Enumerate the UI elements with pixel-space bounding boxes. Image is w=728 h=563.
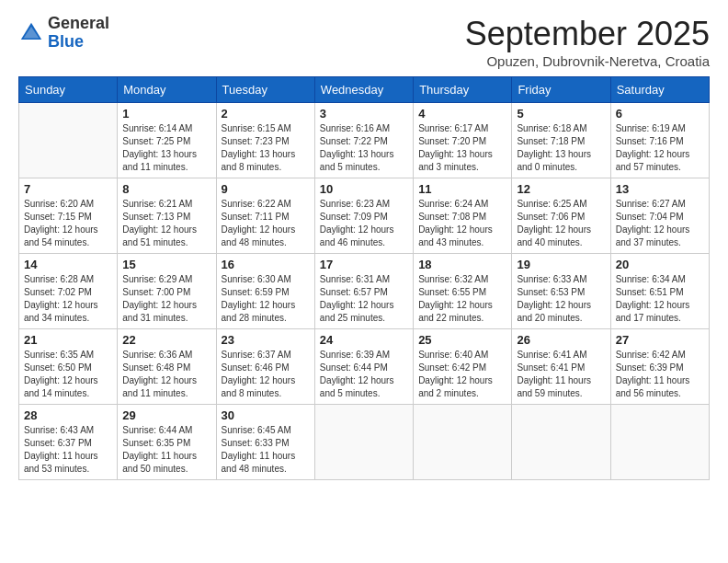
day-info: Sunrise: 6:34 AM Sunset: 6:51 PM Dayligh… xyxy=(616,273,704,325)
day-number: 18 xyxy=(418,258,506,271)
column-header-tuesday: Tuesday xyxy=(216,77,314,103)
day-info: Sunrise: 6:22 AM Sunset: 7:11 PM Dayligh… xyxy=(222,198,310,249)
day-info: Sunrise: 6:36 AM Sunset: 6:48 PM Dayligh… xyxy=(122,349,210,400)
day-info: Sunrise: 6:15 AM Sunset: 7:23 PM Dayligh… xyxy=(222,122,310,174)
day-number: 26 xyxy=(517,333,605,347)
day-info: Sunrise: 6:33 AM Sunset: 6:53 PM Dayligh… xyxy=(517,273,605,325)
day-info: Sunrise: 6:27 AM Sunset: 7:04 PM Dayligh… xyxy=(616,198,704,249)
calendar-cell: 26Sunrise: 6:41 AM Sunset: 6:41 PM Dayli… xyxy=(512,329,610,405)
day-info: Sunrise: 6:39 AM Sunset: 6:44 PM Dayligh… xyxy=(320,349,408,400)
day-number: 20 xyxy=(616,258,704,271)
calendar-week-row: 1Sunrise: 6:14 AM Sunset: 7:25 PM Daylig… xyxy=(19,103,710,178)
column-header-friday: Friday xyxy=(512,77,610,103)
calendar-cell: 21Sunrise: 6:35 AM Sunset: 6:50 PM Dayli… xyxy=(19,329,118,405)
calendar-cell: 27Sunrise: 6:42 AM Sunset: 6:39 PM Dayli… xyxy=(610,329,709,405)
day-info: Sunrise: 6:30 AM Sunset: 6:59 PM Dayligh… xyxy=(222,273,310,325)
day-info: Sunrise: 6:29 AM Sunset: 7:00 PM Dayligh… xyxy=(122,273,210,325)
day-number: 11 xyxy=(418,182,506,196)
day-number: 27 xyxy=(616,333,704,347)
logo: General Blue xyxy=(18,15,109,52)
calendar-week-row: 28Sunrise: 6:43 AM Sunset: 6:37 PM Dayli… xyxy=(19,405,710,480)
calendar-cell: 6Sunrise: 6:19 AM Sunset: 7:16 PM Daylig… xyxy=(610,103,709,178)
calendar-cell: 24Sunrise: 6:39 AM Sunset: 6:44 PM Dayli… xyxy=(314,329,413,405)
calendar-cell: 15Sunrise: 6:29 AM Sunset: 7:00 PM Dayli… xyxy=(118,254,216,329)
day-info: Sunrise: 6:21 AM Sunset: 7:13 PM Dayligh… xyxy=(122,198,210,249)
day-number: 7 xyxy=(24,182,112,196)
logo-blue: Blue xyxy=(48,33,109,52)
calendar-cell: 29Sunrise: 6:44 AM Sunset: 6:35 PM Dayli… xyxy=(118,405,216,480)
day-info: Sunrise: 6:18 AM Sunset: 7:18 PM Dayligh… xyxy=(517,122,605,174)
day-info: Sunrise: 6:42 AM Sunset: 6:39 PM Dayligh… xyxy=(616,349,704,400)
calendar-cell xyxy=(512,405,610,480)
column-header-monday: Monday xyxy=(118,77,216,103)
calendar-cell: 9Sunrise: 6:22 AM Sunset: 7:11 PM Daylig… xyxy=(216,178,314,254)
day-info: Sunrise: 6:14 AM Sunset: 7:25 PM Dayligh… xyxy=(122,122,210,174)
day-info: Sunrise: 6:45 AM Sunset: 6:33 PM Dayligh… xyxy=(222,424,310,476)
day-number: 22 xyxy=(122,333,210,347)
day-number: 12 xyxy=(517,182,605,196)
column-header-thursday: Thursday xyxy=(414,77,512,103)
location-title: Opuzen, Dubrovnik-Neretva, Croatia xyxy=(465,53,710,69)
day-number: 29 xyxy=(122,408,210,422)
title-block: September 2025 Opuzen, Dubrovnik-Neretva… xyxy=(465,15,710,69)
day-number: 9 xyxy=(222,182,310,196)
day-number: 4 xyxy=(418,107,506,121)
calendar-cell: 14Sunrise: 6:28 AM Sunset: 7:02 PM Dayli… xyxy=(19,254,118,329)
calendar-cell: 18Sunrise: 6:32 AM Sunset: 6:55 PM Dayli… xyxy=(414,254,512,329)
calendar-cell: 12Sunrise: 6:25 AM Sunset: 7:06 PM Dayli… xyxy=(512,178,610,254)
day-number: 24 xyxy=(320,333,408,347)
column-header-saturday: Saturday xyxy=(610,77,709,103)
calendar-cell: 19Sunrise: 6:33 AM Sunset: 6:53 PM Dayli… xyxy=(512,254,610,329)
calendar-header-row: SundayMondayTuesdayWednesdayThursdayFrid… xyxy=(19,77,710,103)
calendar-cell: 5Sunrise: 6:18 AM Sunset: 7:18 PM Daylig… xyxy=(512,103,610,178)
calendar-table: SundayMondayTuesdayWednesdayThursdayFrid… xyxy=(18,76,710,480)
day-info: Sunrise: 6:35 AM Sunset: 6:50 PM Dayligh… xyxy=(24,349,112,400)
day-info: Sunrise: 6:25 AM Sunset: 7:06 PM Dayligh… xyxy=(517,198,605,249)
day-number: 23 xyxy=(222,333,310,347)
day-number: 25 xyxy=(418,333,506,347)
calendar-cell: 11Sunrise: 6:24 AM Sunset: 7:08 PM Dayli… xyxy=(414,178,512,254)
calendar-week-row: 7Sunrise: 6:20 AM Sunset: 7:15 PM Daylig… xyxy=(19,178,710,254)
day-info: Sunrise: 6:40 AM Sunset: 6:42 PM Dayligh… xyxy=(418,349,506,400)
day-number: 21 xyxy=(24,333,112,347)
calendar-cell: 10Sunrise: 6:23 AM Sunset: 7:09 PM Dayli… xyxy=(314,178,413,254)
day-number: 6 xyxy=(616,107,704,121)
day-number: 3 xyxy=(320,107,408,121)
day-number: 1 xyxy=(122,107,210,121)
calendar-cell: 2Sunrise: 6:15 AM Sunset: 7:23 PM Daylig… xyxy=(216,103,314,178)
day-info: Sunrise: 6:32 AM Sunset: 6:55 PM Dayligh… xyxy=(418,273,506,325)
day-info: Sunrise: 6:28 AM Sunset: 7:02 PM Dayligh… xyxy=(24,273,112,325)
day-number: 17 xyxy=(320,258,408,271)
day-info: Sunrise: 6:19 AM Sunset: 7:16 PM Dayligh… xyxy=(616,122,704,174)
day-number: 14 xyxy=(24,258,112,271)
day-info: Sunrise: 6:23 AM Sunset: 7:09 PM Dayligh… xyxy=(320,198,408,249)
calendar-cell: 4Sunrise: 6:17 AM Sunset: 7:20 PM Daylig… xyxy=(414,103,512,178)
month-title: September 2025 xyxy=(465,15,710,53)
day-info: Sunrise: 6:24 AM Sunset: 7:08 PM Dayligh… xyxy=(418,198,506,249)
logo-icon xyxy=(18,20,44,46)
day-info: Sunrise: 6:37 AM Sunset: 6:46 PM Dayligh… xyxy=(222,349,310,400)
day-number: 5 xyxy=(517,107,605,121)
day-info: Sunrise: 6:20 AM Sunset: 7:15 PM Dayligh… xyxy=(24,198,112,249)
day-number: 15 xyxy=(122,258,210,271)
calendar-cell: 7Sunrise: 6:20 AM Sunset: 7:15 PM Daylig… xyxy=(19,178,118,254)
day-number: 8 xyxy=(122,182,210,196)
day-info: Sunrise: 6:17 AM Sunset: 7:20 PM Dayligh… xyxy=(418,122,506,174)
calendar-cell: 17Sunrise: 6:31 AM Sunset: 6:57 PM Dayli… xyxy=(314,254,413,329)
calendar-week-row: 14Sunrise: 6:28 AM Sunset: 7:02 PM Dayli… xyxy=(19,254,710,329)
calendar-week-row: 21Sunrise: 6:35 AM Sunset: 6:50 PM Dayli… xyxy=(19,329,710,405)
calendar-cell: 16Sunrise: 6:30 AM Sunset: 6:59 PM Dayli… xyxy=(216,254,314,329)
day-number: 30 xyxy=(222,408,310,422)
day-info: Sunrise: 6:41 AM Sunset: 6:41 PM Dayligh… xyxy=(517,349,605,400)
calendar-cell xyxy=(19,103,118,178)
logo-general: General xyxy=(48,15,109,33)
calendar-cell: 28Sunrise: 6:43 AM Sunset: 6:37 PM Dayli… xyxy=(19,405,118,480)
day-number: 16 xyxy=(222,258,310,271)
calendar-cell: 23Sunrise: 6:37 AM Sunset: 6:46 PM Dayli… xyxy=(216,329,314,405)
calendar-cell: 3Sunrise: 6:16 AM Sunset: 7:22 PM Daylig… xyxy=(314,103,413,178)
day-number: 10 xyxy=(320,182,408,196)
column-header-sunday: Sunday xyxy=(19,77,118,103)
day-info: Sunrise: 6:43 AM Sunset: 6:37 PM Dayligh… xyxy=(24,424,112,476)
calendar-cell: 30Sunrise: 6:45 AM Sunset: 6:33 PM Dayli… xyxy=(216,405,314,480)
day-info: Sunrise: 6:31 AM Sunset: 6:57 PM Dayligh… xyxy=(320,273,408,325)
